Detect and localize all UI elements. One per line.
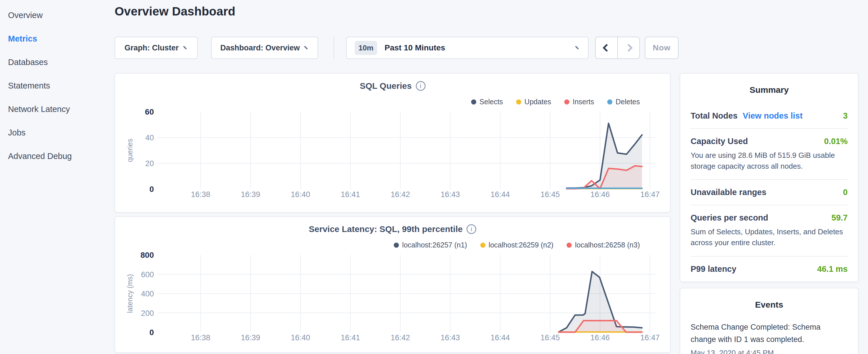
svg-text:16:47: 16:47 <box>640 190 660 199</box>
svg-text:60: 60 <box>145 107 154 116</box>
sidebar-item-label: Network Latency <box>8 104 70 114</box>
sidebar-item-statements[interactable]: Statements <box>0 74 115 97</box>
svg-text:16:39: 16:39 <box>241 190 260 199</box>
svg-text:16:42: 16:42 <box>391 333 410 342</box>
svg-text:16:46: 16:46 <box>590 333 610 342</box>
graph-dropdown-label: Graph: Cluster <box>124 43 179 53</box>
svg-text:16:45: 16:45 <box>540 333 560 342</box>
chart-plot[interactable]: 020040060080016:3816:3916:4016:4116:4216… <box>115 217 671 353</box>
svg-text:16:43: 16:43 <box>440 190 460 199</box>
time-forward-button[interactable] <box>618 37 639 58</box>
chevron-down-icon <box>575 44 581 50</box>
svg-text:16:41: 16:41 <box>341 333 360 342</box>
summary-card: Summary Total Nodes View nodes list 3 Ca… <box>680 73 859 282</box>
svg-text:200: 200 <box>141 309 154 318</box>
sidebar-item-advanced-debug[interactable]: Advanced Debug <box>0 144 115 168</box>
sidebar-item-label: Advanced Debug <box>8 152 72 161</box>
summary-row-total-nodes: Total Nodes View nodes list 3 <box>691 103 848 129</box>
svg-text:16:47: 16:47 <box>640 333 660 342</box>
svg-text:0: 0 <box>149 328 154 337</box>
event-item[interactable]: Schema Change Completed: Schema change w… <box>691 321 848 354</box>
sidebar: Overview Metrics Databases Statements Ne… <box>0 0 115 354</box>
chevron-down-icon <box>183 44 189 50</box>
summary-label: Unavailable ranges <box>691 188 766 197</box>
now-button[interactable]: Now <box>645 37 679 59</box>
event-message: Schema Change Completed: Schema change w… <box>691 321 848 346</box>
summary-row-capacity-used: Capacity Used 0.01% You are using 28.6 M… <box>691 129 848 180</box>
sidebar-item-label: Metrics <box>8 34 37 43</box>
sidebar-item-label: Statements <box>8 81 50 91</box>
svg-text:40: 40 <box>145 133 154 142</box>
svg-text:16:44: 16:44 <box>491 333 510 342</box>
summary-row-queries-per-second: Queries per second 59.7 Sum of Selects, … <box>691 205 848 256</box>
sidebar-item-label: Overview <box>8 10 43 20</box>
summary-value: 0.01% <box>824 137 848 146</box>
svg-text:16:45: 16:45 <box>540 190 560 199</box>
toolbar-divider <box>334 37 334 59</box>
dashboard-dropdown[interactable]: Dashboard: Overview <box>211 37 318 59</box>
svg-text:16:46: 16:46 <box>590 190 610 199</box>
summary-value: 46.1 ms <box>817 264 848 274</box>
summary-title: Summary <box>691 83 848 95</box>
service-latency-chart-card: Service Latency: SQL, 99th percentilei l… <box>115 216 671 353</box>
time-window-dropdown[interactable]: 10m Past 10 Minutes <box>346 37 589 59</box>
summary-value: 3 <box>843 111 848 121</box>
svg-text:16:40: 16:40 <box>291 333 310 342</box>
svg-text:400: 400 <box>141 290 154 298</box>
summary-label: P99 latency <box>691 264 737 274</box>
svg-text:600: 600 <box>141 270 154 279</box>
summary-value: 0 <box>843 188 848 197</box>
summary-label: Capacity Used <box>691 137 748 146</box>
svg-text:16:38: 16:38 <box>191 333 210 342</box>
chart-plot[interactable]: 020406016:3816:3916:4016:4116:4216:4316:… <box>115 74 671 213</box>
sidebar-item-jobs[interactable]: Jobs <box>0 121 115 144</box>
dashboard-dropdown-label: Dashboard: Overview <box>220 43 300 53</box>
sidebar-item-overview[interactable]: Overview <box>0 3 115 27</box>
summary-row-unavailable-ranges: Unavailable ranges 0 <box>691 180 848 205</box>
event-timestamp: May 13, 2020 at 4:45 PM <box>691 349 848 354</box>
svg-text:16:44: 16:44 <box>491 190 510 199</box>
summary-subtext: Sum of Selects, Updates, Inserts, and De… <box>691 227 848 248</box>
svg-text:16:38: 16:38 <box>191 190 210 199</box>
svg-text:queries: queries <box>126 139 134 162</box>
svg-text:800: 800 <box>141 251 154 259</box>
sidebar-item-label: Jobs <box>8 128 26 137</box>
time-nav-arrows <box>595 37 640 59</box>
svg-text:16:39: 16:39 <box>241 333 260 342</box>
chevron-left-icon <box>602 44 610 52</box>
svg-text:0: 0 <box>149 185 154 194</box>
summary-value: 59.7 <box>832 213 848 223</box>
summary-row-p99-latency: P99 latency 46.1 ms <box>691 257 848 282</box>
sql-queries-chart-card: SQL Queriesi SelectsUpdatesInsertsDelete… <box>115 73 671 213</box>
summary-label: Total Nodes <box>691 111 738 121</box>
svg-text:16:42: 16:42 <box>391 190 410 199</box>
sidebar-item-label: Databases <box>8 58 48 67</box>
sidebar-item-metrics[interactable]: Metrics <box>0 27 115 51</box>
summary-subtext: You are using 28.6 MiB of 515.9 GiB usab… <box>691 150 848 171</box>
svg-text:16:41: 16:41 <box>341 190 360 199</box>
svg-text:16:40: 16:40 <box>291 190 310 199</box>
time-window-badge: 10m <box>355 41 377 55</box>
sidebar-item-databases[interactable]: Databases <box>0 51 115 74</box>
view-nodes-list-link[interactable]: View nodes list <box>743 111 803 121</box>
sidebar-item-network-latency[interactable]: Network Latency <box>0 97 115 121</box>
svg-text:20: 20 <box>145 159 154 168</box>
svg-text:latency (ms): latency (ms) <box>126 274 134 313</box>
summary-rows: Total Nodes View nodes list 3 Capacity U… <box>691 103 848 282</box>
page-title: Overview Dashboard <box>115 5 235 18</box>
summary-label: Queries per second <box>691 213 768 223</box>
chevron-right-icon <box>624 44 632 52</box>
graph-dropdown[interactable]: Graph: Cluster <box>115 37 198 59</box>
events-title: Events <box>691 298 848 310</box>
events-card: Events Schema Change Completed: Schema c… <box>680 288 859 354</box>
time-back-button[interactable] <box>596 37 618 58</box>
svg-text:16:43: 16:43 <box>440 333 460 342</box>
time-window-label: Past 10 Minutes <box>384 43 576 53</box>
chevron-down-icon <box>304 44 310 50</box>
